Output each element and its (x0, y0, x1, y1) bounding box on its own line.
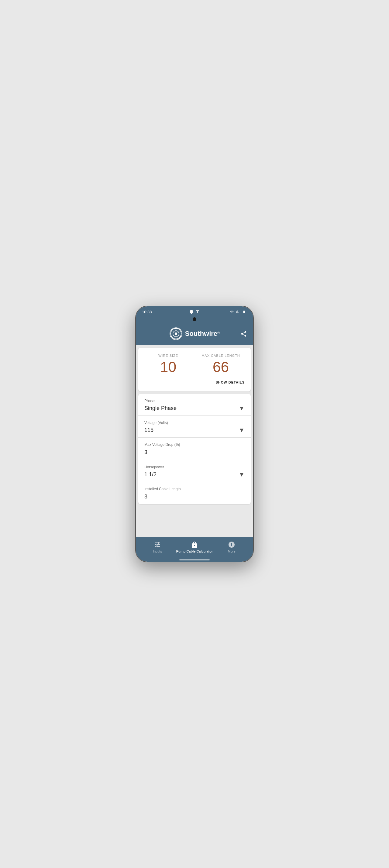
voltage-label: Voltage (Volts) (144, 421, 245, 425)
show-details-button[interactable]: SHOW DETAILS (144, 379, 245, 385)
svg-point-5 (175, 333, 177, 335)
nav-more[interactable]: More (219, 541, 244, 553)
southwire-logo-icon (169, 327, 183, 340)
installed-cable-length-label: Installed Cable Length (144, 487, 245, 491)
share-icon (240, 331, 247, 337)
results-grid: WIRE SIZE 10 MAX CABLE LENGTH 66 (144, 354, 245, 374)
phase-dropdown-arrow: ▼ (238, 405, 245, 412)
horsepower-field-group: Horsepower 1 1/2 ▼ (138, 460, 251, 482)
results-card: WIRE SIZE 10 MAX CABLE LENGTH 66 SHOW DE… (138, 348, 251, 392)
max-cable-length-result: MAX CABLE LENGTH 66 (197, 354, 245, 374)
nav-inputs[interactable]: Inputs (145, 541, 170, 553)
voltage-field-group: Voltage (Volts) 115 ▼ (138, 416, 251, 438)
battery-icon (241, 310, 247, 314)
inputs-nav-label: Inputs (153, 550, 162, 553)
shield-icon (189, 310, 194, 314)
svg-point-3 (180, 336, 181, 337)
more-nav-label: More (228, 550, 235, 553)
wire-size-result: WIRE SIZE 10 (144, 354, 192, 374)
camera-notch (136, 317, 253, 323)
status-time: 10:38 (142, 310, 152, 314)
max-voltage-drop-label: Max Voltage Drop (%) (144, 442, 245, 447)
phase-field-group: Phase Single Phase ▼ (138, 394, 251, 416)
horsepower-value: 1 1/2 (144, 471, 157, 478)
horsepower-dropdown-arrow: ▼ (238, 471, 245, 478)
wire-size-value: 10 (144, 360, 192, 374)
app-header: Southwire® (136, 323, 253, 345)
home-indicator (136, 559, 253, 562)
more-nav-icon (228, 541, 235, 548)
horsepower-select[interactable]: 1 1/2 ▼ (144, 471, 245, 478)
signal-icon (235, 310, 240, 314)
text-icon (195, 310, 200, 314)
calculator-nav-label: Pump Cable Calculator (176, 550, 213, 553)
installed-cable-length-field-group: Installed Cable Length 3 (138, 482, 251, 504)
bottom-nav: Inputs Pump Cable Calculator More (136, 537, 253, 559)
voltage-value: 115 (144, 427, 154, 433)
phase-select[interactable]: Single Phase ▼ (144, 405, 245, 412)
installed-cable-length-input[interactable]: 3 (144, 493, 245, 501)
status-right-icons (229, 310, 247, 314)
logo-text: Southwire® (185, 330, 220, 338)
calculator-nav-icon (191, 541, 198, 548)
horsepower-label: Horsepower (144, 465, 245, 469)
status-bar: 10:38 (136, 306, 253, 317)
wire-size-label: WIRE SIZE (144, 354, 192, 358)
voltage-select[interactable]: 115 ▼ (144, 427, 245, 434)
wifi-icon (229, 310, 234, 314)
svg-point-2 (175, 328, 176, 329)
max-cable-length-value: 66 (197, 360, 245, 374)
home-bar (179, 559, 210, 560)
max-voltage-drop-input[interactable]: 3 (144, 448, 245, 456)
voltage-dropdown-arrow: ▼ (238, 427, 245, 434)
camera-dot (193, 317, 196, 321)
inputs-card: Phase Single Phase ▼ Voltage (Volts) 115… (138, 394, 251, 504)
scrollable-content: WIRE SIZE 10 MAX CABLE LENGTH 66 SHOW DE… (136, 345, 253, 537)
phase-value: Single Phase (144, 405, 176, 411)
status-center-icons (189, 310, 200, 314)
phase-label: Phase (144, 399, 245, 403)
share-button[interactable] (239, 330, 248, 339)
inputs-nav-icon (154, 541, 161, 548)
svg-point-4 (170, 336, 172, 337)
max-voltage-drop-field-group: Max Voltage Drop (%) 3 (138, 438, 251, 460)
logo-container: Southwire® (169, 327, 220, 340)
nav-calculator[interactable]: Pump Cable Calculator (176, 541, 213, 553)
max-cable-length-label: MAX CABLE LENGTH (197, 354, 245, 358)
